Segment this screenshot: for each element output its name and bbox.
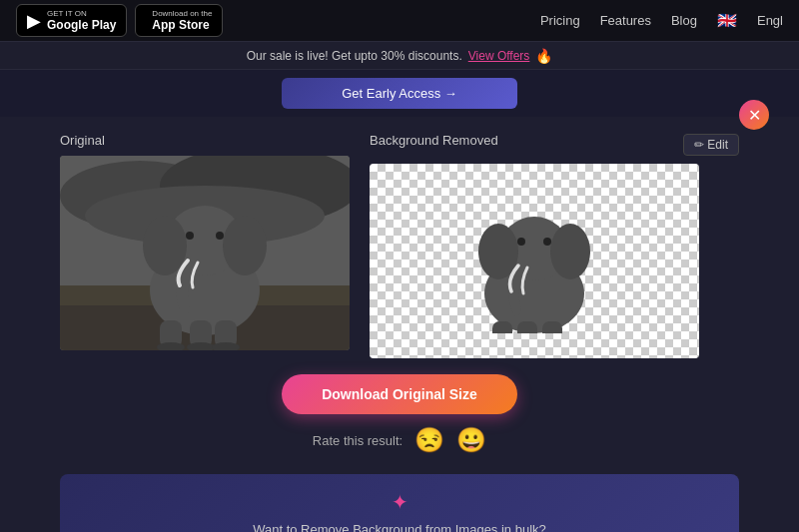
removed-panel: Background Removed ✏ Edit [370,133,739,358]
original-image [60,156,350,350]
download-button[interactable]: Download Original Size [282,374,517,414]
bottom-cta-section: ✦ Want to Remove Background from Images … [60,474,739,532]
svg-point-21 [550,224,590,279]
elephant-original-svg [60,156,350,350]
removed-panel-header: Background Removed ✏ Edit [370,133,739,156]
nav-links: Pricing Features Blog 🇬🇧 Engl [540,11,783,30]
image-panels-row: Original [60,133,739,358]
features-link[interactable]: Features [600,13,651,28]
sale-text: Our sale is live! Get upto 30% discounts… [247,49,462,63]
original-panel: Original [60,133,350,358]
rating-row: Rate this result: 😒 😀 [313,426,486,454]
rating-label: Rate this result: [313,433,402,448]
google-play-badge[interactable]: ▶ GET IT ON Google Play [16,4,127,37]
svg-point-10 [186,232,194,240]
fire-emoji: 🔥 [535,48,552,64]
svg-rect-24 [492,321,512,333]
svg-point-22 [517,238,525,246]
svg-rect-26 [542,321,562,333]
pricing-link[interactable]: Pricing [540,13,580,28]
language-link[interactable]: Engl [757,13,783,28]
removed-label: Background Removed [370,133,498,148]
store-badges: ▶ GET IT ON Google Play Download on the … [16,4,223,37]
sale-banner: Our sale is live! Get upto 30% discounts… [0,42,799,70]
removed-image [370,164,699,358]
google-play-icon: ▶ [27,10,41,32]
google-play-name: Google Play [47,18,116,32]
early-access-top-section: Get Early Access → [0,70,799,117]
early-access-top-button[interactable]: Get Early Access → [282,78,517,109]
main-content: Original [0,117,799,532]
svg-rect-25 [517,321,537,333]
happy-emoji-button[interactable]: 😀 [456,426,486,454]
svg-point-23 [543,238,551,246]
app-store-text: Download on the App Store [152,9,212,32]
app-store-get-it: Download on the [152,9,212,18]
elephant-removed-svg [454,184,614,333]
original-label: Original [60,133,350,148]
bottom-cta-text: Want to Remove Background from Images in… [253,522,546,532]
app-store-badge[interactable]: Download on the App Store [135,4,223,37]
bulk-icon: ✦ [392,490,408,514]
svg-point-11 [216,232,224,240]
flag-icon: 🇬🇧 [717,11,737,30]
top-bar: ▶ GET IT ON Google Play Download on the … [0,0,799,42]
svg-point-9 [223,216,267,275]
view-offers-link[interactable]: View Offers [468,49,530,63]
close-button[interactable]: ✕ [739,100,769,130]
blog-link[interactable]: Blog [671,13,697,28]
google-play-get-it: GET IT ON [47,9,116,18]
google-play-text: GET IT ON Google Play [47,9,116,32]
download-section: Download Original Size Rate this result:… [282,374,517,454]
sad-emoji-button[interactable]: 😒 [414,426,444,454]
edit-button[interactable]: ✏ Edit [683,134,739,156]
app-store-name: App Store [152,18,212,32]
svg-point-8 [143,216,187,275]
